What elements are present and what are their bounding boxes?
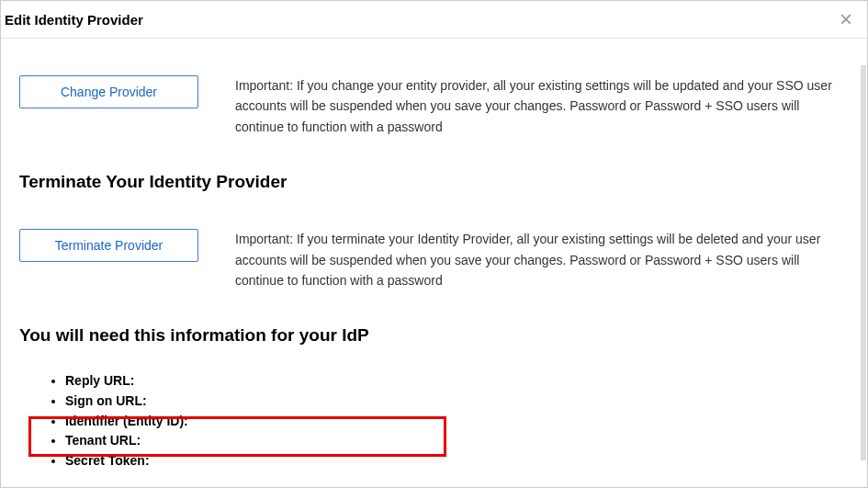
idp-info-list: Reply URL: Sign on URL: Identifier (Enti… <box>19 371 849 471</box>
change-provider-section: Change Provider Important: If you change… <box>19 75 849 137</box>
terminate-provider-heading: Terminate Your Identity Provider <box>19 172 849 192</box>
terminate-provider-important-text: Important: If you terminate your Identit… <box>235 229 849 290</box>
list-item-secret-token: Secret Token: <box>65 451 849 471</box>
change-provider-important-text: Important: If you change your entity pro… <box>235 75 849 137</box>
close-icon[interactable]: × <box>836 8 856 30</box>
list-item-identifier: Identifier (Entity ID): <box>65 412 849 432</box>
list-item-sign-on-url: Sign on URL: <box>65 392 849 412</box>
list-item-tenant-url: Tenant URL: <box>65 431 849 451</box>
dialog-title: Edit Identity Provider <box>5 12 143 28</box>
idp-info-heading: You will need this information for your … <box>19 325 849 346</box>
terminate-provider-section: Terminate Provider Important: If you ter… <box>19 229 849 290</box>
change-provider-button[interactable]: Change Provider <box>19 75 198 108</box>
dialog-body: Change Provider Important: If you change… <box>1 39 867 482</box>
terminate-provider-button[interactable]: Terminate Provider <box>19 229 198 262</box>
list-item-reply-url: Reply URL: <box>65 371 849 392</box>
dialog-header: Edit Identity Provider × <box>1 1 867 39</box>
scrollbar[interactable] <box>861 65 866 460</box>
